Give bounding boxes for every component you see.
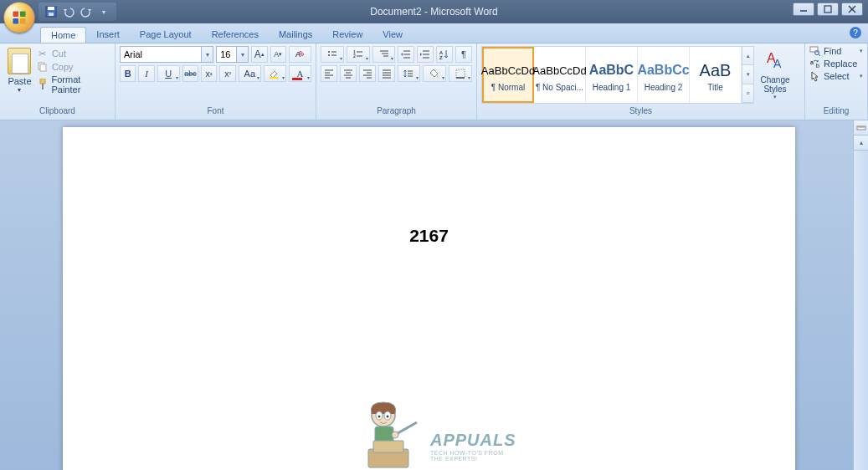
- styles-group: AaBbCcDd¶ NormalAaBbCcDd¶ No Spaci...AaB…: [477, 43, 805, 120]
- svg-rect-60: [810, 47, 818, 52]
- decrease-indent-button[interactable]: [398, 46, 414, 63]
- svg-rect-7: [49, 13, 54, 16]
- select-button[interactable]: Select▾: [809, 70, 863, 82]
- superscript-button[interactable]: x²: [219, 65, 235, 82]
- style-item[interactable]: AaBbCcDd¶ No Spaci...: [534, 47, 586, 103]
- font-group: Arial▾ 16▾ A▴ A▾ A B I U▾ abc x₂ x² Aa▾ …: [116, 43, 316, 120]
- paste-label: Paste: [8, 76, 31, 86]
- change-case-button[interactable]: Aa▾: [239, 65, 261, 82]
- style-gallery: AaBbCcDd¶ NormalAaBbCcDd¶ No Spaci...AaB…: [481, 46, 754, 104]
- paste-button[interactable]: Paste ▾: [4, 46, 35, 104]
- shrink-font-button[interactable]: A▾: [270, 46, 286, 63]
- ruler-toggle-icon[interactable]: [854, 120, 868, 135]
- highlight-button[interactable]: ▾: [264, 65, 286, 82]
- cut-button[interactable]: ✂Cut: [37, 48, 110, 59]
- style-preview: AaBbCcDd: [481, 58, 535, 83]
- window-controls: [793, 3, 863, 16]
- style-name: Heading 1: [593, 83, 631, 92]
- style-item[interactable]: AaBbCHeading 1: [586, 47, 638, 103]
- align-right-button[interactable]: [359, 65, 376, 82]
- borders-button[interactable]: ▾: [449, 65, 472, 82]
- bold-button[interactable]: B: [120, 65, 136, 82]
- tab-view[interactable]: View: [372, 27, 413, 43]
- svg-line-62: [819, 54, 820, 56]
- vertical-scrollbar[interactable]: ▴: [853, 120, 868, 470]
- style-preview: AaBbC: [589, 58, 634, 83]
- tab-home[interactable]: Home: [40, 27, 86, 43]
- subscript-button[interactable]: x₂: [201, 65, 217, 82]
- show-marks-button[interactable]: ¶: [455, 46, 472, 63]
- scroll-up-icon[interactable]: ▴: [742, 47, 753, 65]
- watermark-title: APPUALS: [430, 431, 516, 450]
- copy-label: Copy: [52, 62, 74, 72]
- chevron-down-icon: ▾: [236, 47, 248, 62]
- document-area: 2167 ▴ APPUALS TECH HOW-TO'S FROM THE EX…: [0, 120, 868, 470]
- style-name: ¶ No Spaci...: [536, 83, 583, 92]
- tab-page-layout[interactable]: Page Layout: [130, 27, 202, 43]
- style-item[interactable]: AaBbCcDd¶ Normal: [482, 47, 534, 103]
- svg-rect-15: [42, 84, 44, 89]
- qat-customize-icon[interactable]: ▾: [96, 4, 111, 19]
- style-item[interactable]: AaBbCcHeading 2: [638, 47, 690, 103]
- svg-text:Z: Z: [439, 55, 443, 60]
- style-preview: AaBbCcDd: [532, 58, 586, 83]
- italic-button[interactable]: I: [138, 65, 154, 82]
- change-styles-button[interactable]: AA Change Styles ▾: [757, 46, 794, 104]
- chevron-down-icon: ▾: [18, 86, 21, 94]
- copy-button[interactable]: Copy: [37, 61, 110, 73]
- tab-references[interactable]: References: [202, 27, 269, 43]
- window-title: Document2 - Microsoft Word: [370, 6, 498, 18]
- increase-indent-button[interactable]: [417, 46, 434, 63]
- style-item[interactable]: AaBTitle: [690, 47, 742, 103]
- svg-rect-14: [40, 79, 45, 84]
- align-center-button[interactable]: [340, 65, 357, 82]
- numbering-button[interactable]: 12▾: [347, 46, 370, 63]
- scroll-up-icon[interactable]: ▴: [854, 135, 868, 151]
- maximize-button[interactable]: [817, 3, 839, 16]
- gallery-expand-icon[interactable]: ≡: [742, 84, 753, 103]
- minimize-button[interactable]: [793, 3, 814, 16]
- watermark-character-icon: [352, 399, 427, 470]
- clipboard-group-label: Clipboard: [0, 106, 115, 120]
- clear-formatting-button[interactable]: A: [289, 46, 311, 63]
- tab-mailings[interactable]: Mailings: [269, 27, 322, 43]
- editing-group: Find▾ abReplace Select▾ Editing: [805, 43, 868, 120]
- office-button[interactable]: [3, 2, 35, 33]
- undo-icon[interactable]: [61, 4, 76, 19]
- format-painter-button[interactable]: Format Painter: [37, 74, 110, 95]
- document-content: 2167: [409, 226, 449, 246]
- watermark-sub1: TECH HOW-TO'S FROM: [430, 450, 516, 456]
- justify-button[interactable]: [378, 65, 395, 82]
- svg-text:2: 2: [353, 54, 356, 59]
- redo-icon[interactable]: [79, 4, 94, 19]
- replace-icon: ab: [809, 58, 821, 69]
- help-icon[interactable]: ?: [850, 27, 861, 38]
- gallery-scroll[interactable]: ▴▾≡: [742, 47, 753, 103]
- shading-button[interactable]: ▾: [423, 65, 446, 82]
- align-left-button[interactable]: [321, 65, 337, 82]
- strikethrough-button[interactable]: abc: [182, 65, 198, 82]
- tab-review[interactable]: Review: [322, 27, 372, 43]
- copy-icon: [37, 61, 49, 73]
- line-spacing-button[interactable]: ▾: [398, 65, 421, 82]
- svg-rect-6: [48, 7, 54, 10]
- font-name-combo[interactable]: Arial▾: [120, 46, 213, 63]
- titlebar: ▾ Document2 - Microsoft Word: [0, 0, 868, 23]
- brush-icon: [37, 79, 49, 90]
- style-name: Title: [707, 83, 723, 92]
- underline-button[interactable]: U▾: [157, 65, 180, 82]
- font-color-button[interactable]: A▾: [289, 65, 311, 82]
- grow-font-button[interactable]: A▴: [251, 46, 267, 63]
- find-button[interactable]: Find▾: [809, 45, 863, 57]
- sort-button[interactable]: AZ: [436, 46, 453, 63]
- chevron-down-icon: ▾: [773, 94, 777, 100]
- bullets-button[interactable]: ▾: [321, 46, 344, 63]
- replace-button[interactable]: abReplace: [809, 58, 863, 69]
- save-icon[interactable]: [44, 4, 59, 19]
- watermark: APPUALS TECH HOW-TO'S FROM THE EXPERTS!: [352, 395, 536, 470]
- scroll-down-icon[interactable]: ▾: [742, 65, 753, 84]
- close-button[interactable]: [841, 3, 863, 16]
- tab-insert[interactable]: Insert: [86, 27, 130, 43]
- multilevel-list-button[interactable]: ▾: [372, 46, 396, 63]
- font-size-combo[interactable]: 16▾: [216, 46, 249, 63]
